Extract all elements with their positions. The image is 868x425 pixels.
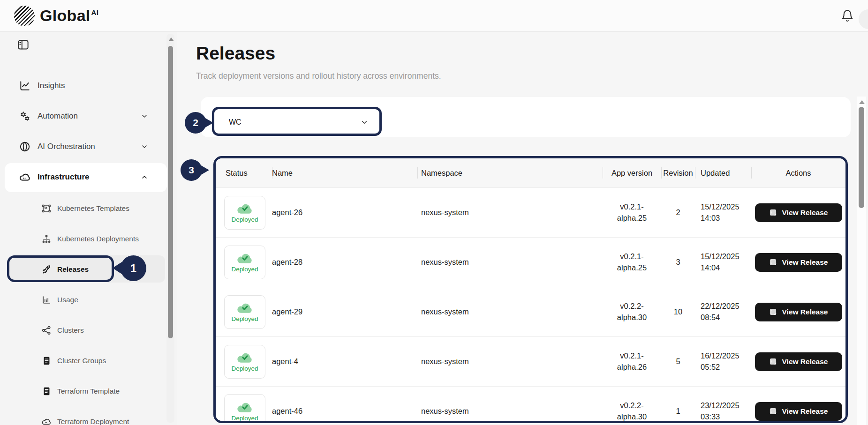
bar-chart-icon [41,295,52,305]
view-release-button[interactable]: View Release [755,402,842,421]
annotation-pointer-3 [200,165,209,175]
actions-cell: View Release [751,352,845,371]
brand-mark-icon [14,6,35,26]
notes-icon [769,308,777,316]
status-label: Deployed [231,266,258,273]
name-cell: agent-4 [272,357,417,366]
sidebar-subitem-releases[interactable]: Releases [29,259,170,280]
table-row: Deployed agent-29 nexus-system v0.2.2-al… [216,287,845,336]
brand-name: GlobalAI [40,7,98,25]
column-header-name: Name [272,158,417,187]
releases-table: Status Name Namespace App version Revisi… [213,156,848,423]
sidebar-subitem-kubernetes-templates[interactable]: Kubernetes Templates [29,198,170,219]
notification-bell-icon[interactable] [841,9,854,22]
sidebar-item-ai-orchestration[interactable]: AI Orchestration [13,135,162,158]
updated-cell: 15/12/2025 14:03 [695,201,751,224]
cloud-icon [19,171,31,183]
brand-logo: GlobalAI [14,6,98,26]
app-version-cell: v0.2.2-alpha.30 [603,400,661,423]
avatar[interactable] [859,9,868,29]
table-row: Deployed agent-46 nexus-system v0.2.2-al… [216,386,845,423]
sidebar-subitem-usage[interactable]: Usage [29,290,170,310]
updated-time: 14:04 [701,262,751,274]
status-cell: Deployed [216,295,272,329]
view-release-button[interactable]: View Release [755,303,842,321]
view-release-button[interactable]: View Release [755,253,842,272]
sidebar-subitem-terraform-deployment[interactable]: Terraform Deployment [29,411,170,425]
document-icon [41,356,52,366]
document-icon [41,386,52,396]
sidebar-item-label: AI Orchestration [38,142,95,151]
status-badge: Deployed [224,345,265,379]
updated-date: 15/12/2025 [701,201,751,213]
actions-cell: View Release [751,303,845,321]
network-share-icon [41,325,52,336]
environment-select[interactable]: WC [216,111,380,134]
updated-time: 03:33 [701,411,751,423]
view-release-label: View Release [782,358,828,366]
updated-date: 15/12/2025 [701,251,751,262]
revision-cell: 10 [661,307,695,316]
sidebar-subitem-cluster-groups[interactable]: Cluster Groups [29,350,170,371]
brain-icon [19,141,31,153]
template-frame-icon [41,203,52,214]
name-cell: agent-29 [272,307,417,316]
status-cell: Deployed [216,387,272,423]
app-version-cell: v0.2.1-alpha.26 [603,350,661,373]
name-cell: agent-46 [272,407,417,416]
sidebar-subitem-kubernetes-deployments[interactable]: Kubernetes Deployments [29,229,170,249]
view-release-button[interactable]: View Release [755,352,842,371]
name-cell: agent-28 [272,258,417,267]
status-label: Deployed [231,365,258,372]
namespace-cell: nexus-system [417,407,603,416]
column-header-actions: Actions [751,158,845,187]
status-label: Deployed [231,216,258,223]
notes-icon [769,258,777,266]
cloud-check-icon [236,301,253,314]
line-chart-icon [19,80,31,92]
status-cell: Deployed [216,196,272,230]
view-release-button[interactable]: View Release [755,203,842,222]
sidebar-item-automation[interactable]: Automation [13,105,162,127]
view-release-label: View Release [782,258,828,267]
revision-cell: 5 [661,357,695,366]
column-header-namespace: Namespace [417,158,603,187]
updated-date: 23/12/2025 [701,400,751,411]
brand-text: Global [40,7,91,24]
column-header-revision: Revision [661,158,695,187]
sidebar-item-infrastructure[interactable]: Infrastructure [13,166,162,188]
cloud-icon [41,417,52,425]
table-header-row: Status Name Namespace App version Revisi… [216,158,845,187]
view-release-label: View Release [782,308,828,316]
notes-icon [769,407,777,415]
cloud-check-icon [236,401,253,413]
content-scrollbar-thumb[interactable] [859,107,864,208]
status-badge: Deployed [224,394,265,423]
sidebar-scrollbar-arrow-up[interactable] [168,37,174,41]
sidebar-item-insights[interactable]: Insights [13,75,162,97]
page-subtitle: Track deployment versions and rollout hi… [196,71,441,81]
chevron-up-icon [141,173,148,181]
sidebar-subitem-label: Terraform Template [57,387,120,395]
status-badge: Deployed [224,246,265,279]
sidebar-subitem-label: Kubernetes Templates [57,204,129,213]
notes-icon [769,358,777,365]
updated-time: 05:52 [701,362,751,373]
status-cell: Deployed [216,246,272,279]
chevron-down-icon [141,112,148,120]
sidebar-toggle-icon[interactable] [17,38,30,51]
sidebar-subitem-label: Cluster Groups [57,357,106,365]
content-scrollbar-arrow-up[interactable] [859,100,865,104]
app-version-cell: v0.2.2-alpha.30 [603,301,661,323]
app-version-cell: v0.2.1-alpha.25 [603,251,661,274]
view-release-label: View Release [782,407,828,416]
updated-date: 22/12/2025 [701,301,751,312]
gears-icon [19,110,31,122]
status-label: Deployed [231,415,258,422]
namespace-cell: nexus-system [417,307,603,316]
sidebar-subitem-clusters[interactable]: Clusters [29,320,170,341]
sidebar-subitem-label: Usage [57,296,78,304]
updated-time: 14:03 [701,213,751,224]
environment-select-value: WC [229,118,242,127]
sidebar-subitem-terraform-template[interactable]: Terraform Template [29,381,170,402]
